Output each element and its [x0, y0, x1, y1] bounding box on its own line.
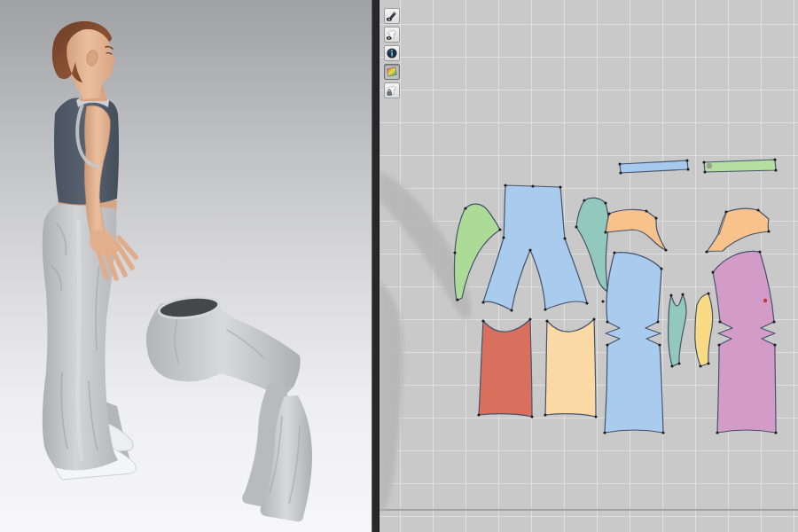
- selected-point-red[interactable]: [763, 299, 767, 302]
- app-window: [0, 0, 798, 532]
- panel-divider[interactable]: [372, 0, 379, 532]
- pattern-back-panel-blue[interactable]: [601, 251, 664, 434]
- pattern-toolbar: [384, 8, 400, 98]
- pattern-hem-peach[interactable]: [544, 317, 597, 418]
- pattern-hem-red[interactable]: [477, 317, 533, 418]
- shirt-eye-icon: [386, 28, 398, 41]
- pattern-waistband-front-blue[interactable]: [618, 159, 689, 174]
- avatar-3d-render: [0, 0, 372, 532]
- pattern-information-button[interactable]: [384, 45, 400, 61]
- pattern-yoke-right-orange[interactable]: [705, 208, 770, 253]
- pattern-waistband-back-green[interactable]: [702, 158, 777, 173]
- show-pins-button[interactable]: [384, 8, 400, 24]
- show-garment-button[interactable]: [384, 27, 400, 43]
- info-sphere-icon: [386, 47, 398, 59]
- pattern-gusset-teal[interactable]: [669, 293, 686, 367]
- pattern-gusset-yellow[interactable]: [695, 292, 713, 367]
- needle-eye-icon: [386, 10, 398, 22]
- pattern-yoke-left-orange[interactable]: [604, 209, 667, 251]
- pattern-back-panel-pink[interactable]: [711, 250, 777, 434]
- pattern-side-panel-teal[interactable]: [575, 198, 608, 292]
- pattern-editor-2d[interactable]: [379, 0, 798, 532]
- colored-pattern-button[interactable]: [384, 64, 400, 80]
- pattern-pieces-layer: [379, 0, 798, 532]
- shirt-lock-icon: [386, 84, 398, 97]
- viewport-3d[interactable]: [0, 0, 372, 532]
- color-swatch-icon: [386, 66, 398, 78]
- avatar-male: [43, 21, 137, 480]
- pattern-front-panel-blue[interactable]: [481, 184, 588, 311]
- floating-pants-3d: [146, 294, 312, 521]
- lock-pattern-button[interactable]: [384, 82, 400, 98]
